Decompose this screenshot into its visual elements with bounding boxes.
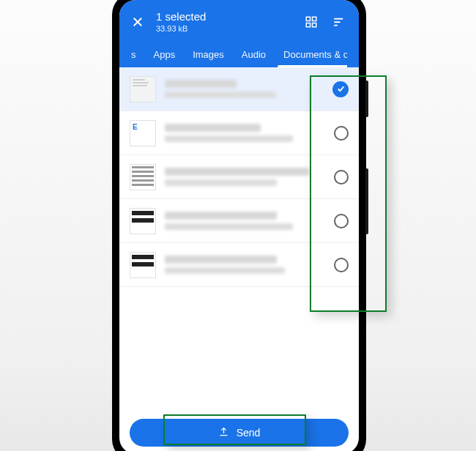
selection-count: 1 selected: [156, 10, 291, 23]
tab-audio[interactable]: Audio: [233, 43, 275, 67]
svg-rect-4: [334, 18, 343, 19]
list-item[interactable]: [119, 243, 359, 287]
app-header: 1 selected 33.93 kB s Apps Images Audio …: [119, 0, 359, 67]
grid-view-icon[interactable]: [303, 14, 319, 30]
send-button[interactable]: Send: [130, 419, 349, 447]
tab-apps[interactable]: Apps: [145, 43, 185, 67]
file-info-redacted: [165, 80, 324, 98]
send-label: Send: [237, 427, 261, 439]
list-item[interactable]: [119, 199, 359, 243]
phone-side-button: [365, 168, 368, 234]
file-info-redacted: [165, 124, 325, 142]
list-item[interactable]: [119, 111, 359, 155]
svg-rect-6: [334, 24, 338, 26]
sort-icon[interactable]: [331, 14, 347, 30]
select-radio[interactable]: [334, 170, 349, 184]
file-list: [119, 67, 359, 287]
tab-partial[interactable]: s: [131, 43, 145, 67]
file-info-redacted: [165, 168, 325, 186]
selection-title-block: 1 selected 33.93 kB: [156, 10, 291, 33]
category-tabs: s Apps Images Audio Documents & other: [131, 43, 347, 67]
phone-side-button: [365, 81, 368, 117]
svg-rect-1: [313, 17, 316, 20]
upload-icon: [218, 426, 229, 439]
tab-images[interactable]: Images: [184, 43, 233, 67]
svg-rect-3: [313, 23, 316, 26]
close-icon[interactable]: [131, 15, 144, 29]
file-thumbnail: [130, 164, 156, 190]
screen: 1 selected 33.93 kB s Apps Images Audio …: [119, 0, 359, 451]
file-thumbnail: [130, 208, 156, 234]
tab-documents-other[interactable]: Documents & other: [275, 43, 347, 67]
select-radio[interactable]: [334, 214, 349, 228]
svg-rect-5: [334, 21, 340, 23]
selection-size: 33.93 kB: [156, 24, 291, 33]
svg-rect-2: [306, 23, 310, 26]
checkmark-icon[interactable]: [332, 81, 349, 97]
file-info-redacted: [165, 256, 325, 274]
list-item[interactable]: [119, 155, 359, 199]
file-thumbnail: [130, 252, 156, 278]
list-item[interactable]: [119, 67, 359, 111]
svg-rect-0: [306, 17, 310, 20]
phone-frame: 1 selected 33.93 kB s Apps Images Audio …: [112, 0, 366, 451]
file-thumbnail: [130, 120, 156, 146]
select-radio[interactable]: [334, 126, 349, 141]
file-info-redacted: [165, 212, 325, 230]
file-thumbnail: [130, 76, 156, 102]
select-radio[interactable]: [334, 258, 349, 272]
